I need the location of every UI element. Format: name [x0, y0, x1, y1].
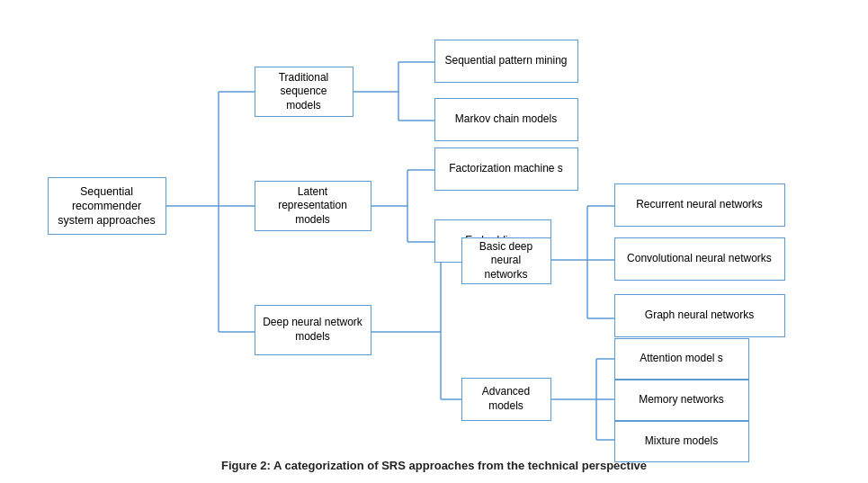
basicdeep-box: Basic deep neuralnetworks: [461, 237, 551, 284]
markov-box: Markov chain models: [434, 98, 578, 141]
cnn-box: Convolutional neural networks: [614, 237, 785, 281]
factor-box: Factorization machine s: [434, 148, 578, 191]
figure-caption: Figure 2: A categorization of SRS approa…: [221, 459, 647, 472]
trad-box: Traditionalsequence models: [255, 67, 353, 117]
memory-box: Memory networks: [614, 380, 749, 421]
mixture-box: Mixture models: [614, 421, 749, 462]
diagram: Sequential recommendersystem approaches …: [21, 13, 848, 453]
root-box: Sequential recommendersystem approaches: [48, 177, 166, 235]
gnn-box: Graph neural networks: [614, 294, 785, 337]
attention-box: Attention model s: [614, 338, 749, 380]
rnn-box: Recurrent neural networks: [614, 183, 785, 227]
deep-box: Deep neural networkmodels: [255, 305, 371, 355]
advanced-box: Advanced models: [461, 378, 551, 421]
latent-box: Latent representationmodels: [255, 181, 371, 231]
seqpat-box: Sequential pattern mining: [434, 40, 578, 83]
